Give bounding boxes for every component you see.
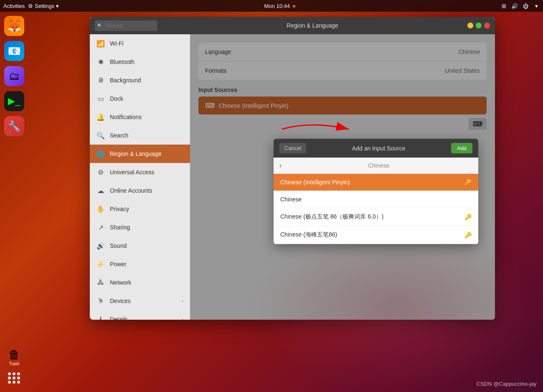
dock-item-firefox[interactable]: 🦊 bbox=[4, 16, 24, 36]
sidebar-item-details[interactable]: ℹ Details › bbox=[90, 310, 190, 320]
sharing-icon: ↗ bbox=[96, 223, 105, 232]
privacy-icon: ✋ bbox=[96, 205, 105, 213]
sidebar-label-region: Region & Language bbox=[110, 150, 162, 157]
settings-menu[interactable]: ⚙ Settings ▾ bbox=[28, 3, 59, 9]
sidebar-item-search[interactable]: 🔍 Search bbox=[90, 126, 190, 145]
dialog-header: Cancel Add an Input Source Add bbox=[274, 139, 478, 158]
sidebar-item-dock[interactable]: ▭ Dock bbox=[90, 89, 190, 108]
topbar: Activities ⚙ Settings ▾ Mon 10:44 ⊞ 🔊 ⏻ … bbox=[0, 0, 543, 12]
notifications-icon: 🔔 bbox=[96, 113, 105, 121]
sidebar-label-network: Network bbox=[110, 279, 131, 286]
sidebar-item-background[interactable]: 🖥 Background bbox=[90, 71, 190, 89]
dialog-item-label-3: Chinese (海峰五笔86) bbox=[280, 231, 464, 239]
sidebar-item-devices[interactable]: 🖱 Devices › bbox=[90, 292, 190, 310]
dialog-item-icon-0: 🔑 bbox=[464, 179, 472, 186]
dialog-list-item-3[interactable]: Chinese (海峰五笔86) 🔑 bbox=[274, 226, 478, 244]
volume-tray-icon[interactable]: 🔊 bbox=[511, 3, 518, 9]
background-icon: 🖥 bbox=[96, 76, 105, 84]
sidebar-item-privacy[interactable]: ✋ Privacy bbox=[90, 200, 190, 218]
sidebar-label-search: Search bbox=[110, 132, 128, 139]
sidebar-item-wifi[interactable]: 📶 Wi-Fi bbox=[90, 34, 190, 53]
dialog-overlay: Cancel Add an Input Source Add ‹ Chinese… bbox=[190, 34, 495, 320]
sidebar-label-universal: Universal Access bbox=[110, 169, 155, 176]
dialog-list-item-0[interactable]: Chinese (Intelligent Pinyin) 🔑 bbox=[274, 174, 478, 191]
sidebar-label-online-accounts: Online Accounts bbox=[110, 187, 152, 194]
window-controls bbox=[467, 23, 490, 28]
dock-item-trash[interactable]: 🗑 Trash bbox=[4, 347, 24, 367]
settings-window: 🔍 Region & Language 📶 Wi-Fi ✱ Bluetooth … bbox=[90, 17, 495, 320]
window-minimize-button[interactable] bbox=[467, 23, 473, 28]
show-apps-button[interactable] bbox=[8, 372, 20, 384]
dock-icon: ▭ bbox=[96, 94, 105, 103]
sidebar-label-wifi: Wi-Fi bbox=[110, 40, 124, 47]
window-maximize-button[interactable] bbox=[476, 23, 482, 28]
dialog-item-label-0: Chinese (Intelligent Pinyin) bbox=[280, 179, 464, 186]
sidebar-label-privacy: Privacy bbox=[110, 206, 129, 212]
dialog-list: Chinese (Intelligent Pinyin) 🔑 Chinese C… bbox=[274, 174, 478, 244]
dialog-item-icon-2: 🔑 bbox=[464, 214, 472, 220]
dock-item-tools[interactable]: 🔧 bbox=[4, 116, 24, 136]
sidebar-item-universal[interactable]: ⚙ Universal Access bbox=[90, 163, 190, 181]
topbar-clock: Mon 10:44 bbox=[264, 3, 295, 9]
bluetooth-icon: ✱ bbox=[96, 58, 105, 66]
sidebar-label-sound: Sound bbox=[110, 242, 127, 249]
add-input-source-dialog: Cancel Add an Input Source Add ‹ Chinese… bbox=[274, 139, 478, 244]
sidebar-item-bluetooth[interactable]: ✱ Bluetooth bbox=[90, 53, 190, 71]
sidebar-label-background: Background bbox=[110, 77, 141, 84]
devices-arrow-icon: › bbox=[182, 298, 183, 304]
dialog-nav: ‹ Chinese bbox=[274, 158, 478, 174]
clock-dot-icon bbox=[293, 5, 295, 8]
dock-item-thunderbird[interactable]: 📧 bbox=[4, 41, 24, 61]
sidebar-item-network[interactable]: 🖧 Network bbox=[90, 273, 190, 292]
topbar-left: Activities ⚙ Settings ▾ bbox=[3, 3, 59, 9]
titlebar-left: 🔍 bbox=[95, 20, 157, 31]
settings-sidebar: 📶 Wi-Fi ✱ Bluetooth 🖥 Background ▭ Dock … bbox=[90, 34, 190, 320]
dialog-item-label-2: Chinese (极点五笔 86（极爽词库 6.0）) bbox=[280, 213, 464, 221]
trash-label: Trash bbox=[9, 361, 19, 366]
dialog-list-item-1[interactable]: Chinese bbox=[274, 191, 478, 208]
online-accounts-icon: ☁ bbox=[96, 186, 105, 195]
sidebar-item-region[interactable]: 🌐 Region & Language bbox=[90, 145, 190, 163]
settings-search-input[interactable] bbox=[95, 20, 157, 31]
dialog-nav-label: Chinese bbox=[285, 162, 472, 169]
wifi-icon: 📶 bbox=[96, 39, 105, 48]
power-icon: ⚡ bbox=[96, 260, 105, 268]
watermark: CSDN @Cappuccino-jay bbox=[477, 381, 536, 387]
sidebar-item-notifications[interactable]: 🔔 Notifications bbox=[90, 108, 190, 126]
window-title: Region & Language bbox=[157, 22, 467, 29]
network-icon: 🖧 bbox=[96, 278, 105, 287]
dock-item-files[interactable]: 🗂 bbox=[4, 66, 24, 86]
tray-dropdown-icon[interactable]: ▾ bbox=[533, 3, 540, 9]
dock-item-terminal[interactable]: ▶_ bbox=[4, 91, 24, 111]
search-sidebar-icon: 🔍 bbox=[96, 131, 105, 140]
activities-button[interactable]: Activities bbox=[3, 3, 25, 9]
sidebar-item-online-accounts[interactable]: ☁ Online Accounts bbox=[90, 181, 190, 200]
sidebar-item-sharing[interactable]: ↗ Sharing bbox=[90, 218, 190, 237]
dialog-back-button[interactable]: ‹ bbox=[279, 162, 282, 169]
sidebar-label-details: Details bbox=[110, 316, 128, 320]
dock: 🦊 📧 🗂 ▶_ 🔧 🗑 Trash bbox=[0, 12, 28, 392]
window-close-button[interactable] bbox=[484, 23, 490, 28]
sidebar-label-notifications: Notifications bbox=[110, 114, 142, 120]
region-icon: 🌐 bbox=[96, 150, 105, 158]
window-titlebar: 🔍 Region & Language bbox=[90, 17, 495, 34]
main-content: Language Chinese Formats United States I… bbox=[190, 34, 495, 320]
devices-icon: 🖱 bbox=[96, 297, 105, 305]
sidebar-label-power: Power bbox=[110, 261, 127, 267]
universal-access-icon: ⚙ bbox=[96, 168, 105, 176]
dialog-add-button[interactable]: Add bbox=[451, 143, 472, 153]
settings-dropdown-icon: ▾ bbox=[56, 3, 59, 9]
dialog-cancel-button[interactable]: Cancel bbox=[279, 143, 306, 153]
sound-icon: 🔊 bbox=[96, 242, 105, 250]
details-arrow-icon: › bbox=[182, 316, 183, 320]
sidebar-item-power[interactable]: ⚡ Power bbox=[90, 255, 190, 273]
sidebar-item-sound[interactable]: 🔊 Sound bbox=[90, 237, 190, 255]
sidebar-label-dock: Dock bbox=[110, 95, 123, 102]
network-tray-icon[interactable]: ⊞ bbox=[500, 3, 507, 9]
search-wrap: 🔍 bbox=[95, 20, 157, 31]
dialog-item-icon-3: 🔑 bbox=[464, 232, 472, 238]
dialog-list-item-2[interactable]: Chinese (极点五笔 86（极爽词库 6.0）) 🔑 bbox=[274, 208, 478, 226]
power-tray-icon[interactable]: ⏻ bbox=[522, 3, 529, 9]
sidebar-label-devices: Devices bbox=[110, 298, 131, 304]
details-icon: ℹ bbox=[96, 315, 105, 320]
